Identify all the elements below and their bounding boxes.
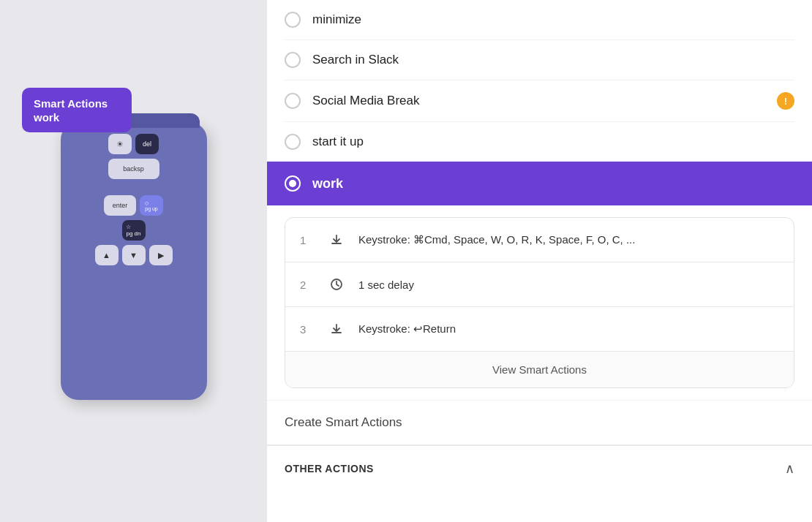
action-item-search-in-slack[interactable]: Search in Slack <box>285 40 794 80</box>
action-label-minimize: minimize <box>312 12 794 27</box>
key-down: ▼ <box>122 245 146 265</box>
action-label-work: work <box>312 176 794 192</box>
create-section[interactable]: Create Smart Actions <box>267 400 812 445</box>
key-row-4: enter ◇pg up <box>72 195 195 216</box>
radio-minimize[interactable] <box>285 12 301 28</box>
key-enter: enter <box>104 195 136 216</box>
tooltip-line1: Smart Actions <box>34 97 120 111</box>
step-text-1: Keystroke: ⌘Cmd, Space, W, O, R, K, Spac… <box>358 233 779 246</box>
key-sun: ☀ <box>108 134 132 154</box>
key-row-3 <box>72 184 195 191</box>
key-row-5: ☆pg dn <box>72 220 195 241</box>
key-row-1: ☀ del <box>72 134 195 154</box>
action-item-start-it-up[interactable]: start it up <box>285 122 794 162</box>
action-label-start-it-up: start it up <box>312 135 794 149</box>
key-del: del <box>135 134 159 154</box>
step-number-3: 3 <box>300 323 315 336</box>
delay-icon <box>326 274 347 295</box>
key-pgup: ◇pg up <box>140 195 163 216</box>
keystroke-icon-3 <box>326 319 347 339</box>
left-panel: Smart Actions work ☀ del backsp enter <box>0 0 267 522</box>
step-item-2: 2 1 sec delay <box>285 262 794 307</box>
step-item-3: 3 Keystroke: ↩Return <box>285 307 794 352</box>
action-item-social-media-break[interactable]: Social Media Break ! <box>285 80 794 122</box>
action-label-search-in-slack: Search in Slack <box>312 53 794 67</box>
other-actions-title: OTHER ACTIONS <box>285 463 374 474</box>
step-item-1: 1 Keystroke: ⌘Cmd, Space, W, O, R, K, Sp… <box>285 218 794 262</box>
actions-list: minimize Search in Slack Social Media Br… <box>267 0 812 162</box>
create-smart-actions-label: Create Smart Actions <box>285 415 402 429</box>
key-up: ▲ <box>95 245 119 265</box>
action-item-minimize[interactable]: minimize <box>285 0 794 40</box>
key-row-6: ▲ ▼ ▶ <box>72 245 195 265</box>
key-row-2: backsp <box>72 159 195 179</box>
smart-actions-tooltip: Smart Actions work <box>22 88 132 132</box>
step-number-1: 1 <box>300 234 315 246</box>
action-label-social-media-break: Social Media Break <box>312 94 765 108</box>
radio-search-in-slack[interactable] <box>285 52 301 68</box>
key-right: ▶ <box>149 245 173 265</box>
radio-start-it-up[interactable] <box>285 134 301 150</box>
chevron-up-icon: ∧ <box>785 461 794 477</box>
other-actions-header[interactable]: OTHER ACTIONS ∧ <box>267 445 812 491</box>
radio-work-selected[interactable] <box>285 175 301 192</box>
keystroke-icon-1 <box>326 230 347 250</box>
key-backspace: backsp <box>108 159 159 179</box>
selected-action-row[interactable]: work <box>267 162 812 205</box>
right-panel: minimize Search in Slack Social Media Br… <box>267 0 812 522</box>
step-text-3: Keystroke: ↩Return <box>358 322 779 336</box>
steps-container: 1 Keystroke: ⌘Cmd, Space, W, O, R, K, Sp… <box>285 217 794 388</box>
step-text-2: 1 sec delay <box>358 279 779 291</box>
warning-badge: ! <box>777 92 794 110</box>
keyboard-device: ☀ del backsp enter ◇pg up ☆pg dn <box>61 122 207 400</box>
radio-social-media-break[interactable] <box>285 93 301 109</box>
step-number-2: 2 <box>300 279 315 291</box>
view-smart-actions-label: View Smart Actions <box>492 363 587 376</box>
key-pgdn: ☆pg dn <box>122 220 146 241</box>
sun-icon: ☀ <box>116 140 124 149</box>
view-smart-actions-button[interactable]: View Smart Actions <box>285 352 794 387</box>
tooltip-line2: work <box>34 111 120 124</box>
